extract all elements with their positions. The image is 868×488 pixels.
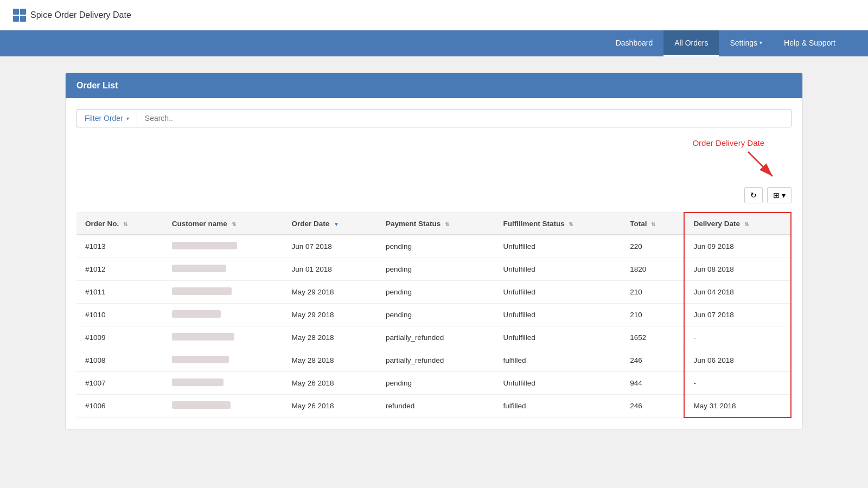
order-list-card: Order List Filter Order ▾ Order Delivery…: [65, 73, 803, 429]
cell-delivery-date: Jun 08 2018: [684, 258, 791, 281]
col-payment-status[interactable]: Payment Status ⇅: [377, 213, 494, 235]
col-order-date[interactable]: Order Date ▼: [283, 213, 377, 235]
cell-order-no: #1006: [76, 395, 163, 418]
cell-fulfillment-status: Unfulfilled: [494, 235, 621, 258]
annotation-arrow-icon: [737, 149, 781, 182]
sort-order-no-icon: ⇅: [123, 221, 127, 227]
cell-payment-status: partially_refunded: [377, 326, 494, 349]
cell-order-no: #1009: [76, 326, 163, 349]
cell-order-date: Jun 01 2018: [283, 258, 377, 281]
col-total[interactable]: Total ⇅: [621, 213, 684, 235]
cell-order-no: #1013: [76, 235, 163, 258]
cell-fulfillment-status: Unfulfilled: [494, 372, 621, 395]
svg-line-1: [748, 152, 773, 176]
cell-customer-name: [163, 235, 283, 258]
nav-item-dashboard[interactable]: Dashboard: [605, 30, 664, 56]
cell-customer-name: [163, 304, 283, 326]
cell-payment-status: pending: [377, 372, 494, 395]
nav-item-settings[interactable]: Settings ▾: [719, 30, 773, 56]
cell-delivery-date: Jun 06 2018: [684, 349, 791, 372]
nav-item-all-orders[interactable]: All Orders: [663, 30, 719, 56]
col-fulfillment-status[interactable]: Fulfillment Status ⇅: [494, 213, 621, 235]
cell-total: 210: [621, 281, 684, 304]
table-row: #1009 May 28 2018 partially_refunded Unf…: [76, 326, 791, 349]
cell-order-date: May 29 2018: [283, 304, 377, 326]
redacted-name: [172, 287, 232, 295]
cell-fulfillment-status: fulfilled: [494, 395, 621, 418]
col-customer-name[interactable]: Customer name ⇅: [163, 213, 283, 235]
sort-fulfillment-icon: ⇅: [569, 221, 573, 227]
redacted-name: [172, 310, 221, 318]
columns-button[interactable]: ⊞ ▾: [767, 187, 792, 203]
cell-payment-status: pending: [377, 304, 494, 326]
cell-payment-status: pending: [377, 281, 494, 304]
table-row: #1013 Jun 07 2018 pending Unfulfilled 22…: [76, 235, 791, 258]
cell-fulfillment-status: Unfulfilled: [494, 326, 621, 349]
cell-delivery-date: Jun 07 2018: [684, 304, 791, 326]
annotation-area: Order Delivery Date: [76, 138, 792, 182]
cell-order-date: May 28 2018: [283, 349, 377, 372]
cell-order-date: May 26 2018: [283, 395, 377, 418]
redacted-name: [172, 401, 231, 409]
cell-fulfillment-status: Unfulfilled: [494, 258, 621, 281]
cell-total: 246: [621, 395, 684, 418]
main-content: Order List Filter Order ▾ Order Delivery…: [0, 56, 868, 446]
cell-total: 220: [621, 235, 684, 258]
redacted-name: [172, 265, 226, 272]
top-bar: Spice Order Delivery Date: [0, 0, 868, 30]
cell-order-no: #1007: [76, 372, 163, 395]
toolbar-row: ↻ ⊞ ▾: [76, 187, 792, 203]
cell-delivery-date: Jun 04 2018: [684, 281, 791, 304]
cell-order-date: May 26 2018: [283, 372, 377, 395]
cell-fulfillment-status: Unfulfilled: [494, 304, 621, 326]
sort-delivery-icon: ⇅: [744, 221, 749, 227]
nav-bar: Dashboard All Orders Settings ▾ Help & S…: [0, 30, 868, 56]
cell-order-no: #1011: [76, 281, 163, 304]
cell-payment-status: pending: [377, 235, 494, 258]
cell-customer-name: [163, 395, 283, 418]
cell-total: 246: [621, 349, 684, 372]
col-order-no[interactable]: Order No. ⇅: [76, 213, 163, 235]
table-row: #1006 May 26 2018 refunded fulfilled 246…: [76, 395, 791, 418]
app-logo-icon: [13, 9, 26, 22]
sort-total-icon: ⇅: [651, 221, 655, 227]
cell-payment-status: pending: [377, 258, 494, 281]
cell-customer-name: [163, 349, 283, 372]
cell-total: 210: [621, 304, 684, 326]
orders-table: Order No. ⇅ Customer name ⇅ Order Date ▼: [76, 212, 792, 418]
sort-payment-icon: ⇅: [445, 221, 449, 227]
table-row: #1010 May 29 2018 pending Unfulfilled 21…: [76, 304, 791, 326]
nav-item-help[interactable]: Help & Support: [773, 30, 846, 56]
cell-order-date: May 29 2018: [283, 281, 377, 304]
filter-row: Filter Order ▾: [76, 109, 792, 127]
app-logo: Spice Order Delivery Date: [13, 9, 131, 22]
table-row: #1011 May 29 2018 pending Unfulfilled 21…: [76, 281, 791, 304]
cell-delivery-date: -: [684, 372, 791, 395]
cell-fulfillment-status: fulfilled: [494, 349, 621, 372]
search-input[interactable]: [137, 109, 792, 127]
cell-fulfillment-status: Unfulfilled: [494, 281, 621, 304]
table-row: #1007 May 26 2018 pending Unfulfilled 94…: [76, 372, 791, 395]
table-row: #1012 Jun 01 2018 pending Unfulfilled 18…: [76, 258, 791, 281]
cell-customer-name: [163, 326, 283, 349]
cell-order-no: #1008: [76, 349, 163, 372]
cell-delivery-date: May 31 2018: [684, 395, 791, 418]
cell-order-date: Jun 07 2018: [283, 235, 377, 258]
redacted-name: [172, 356, 229, 363]
cell-customer-name: [163, 258, 283, 281]
cell-customer-name: [163, 281, 283, 304]
cell-order-no: #1012: [76, 258, 163, 281]
refresh-button[interactable]: ↻: [744, 187, 763, 203]
cell-order-date: May 28 2018: [283, 326, 377, 349]
table-header-row: Order No. ⇅ Customer name ⇅ Order Date ▼: [76, 213, 791, 235]
settings-chevron-icon: ▾: [760, 40, 762, 46]
table-row: #1008 May 28 2018 partially_refunded ful…: [76, 349, 791, 372]
redacted-name: [172, 333, 234, 341]
filter-order-button[interactable]: Filter Order ▾: [76, 109, 137, 127]
col-delivery-date[interactable]: Delivery Date ⇅: [684, 213, 791, 235]
columns-icon: ⊞: [773, 191, 780, 200]
cell-order-no: #1010: [76, 304, 163, 326]
redacted-name: [172, 378, 224, 386]
columns-chevron-icon: ▾: [782, 191, 786, 200]
cell-total: 944: [621, 372, 684, 395]
